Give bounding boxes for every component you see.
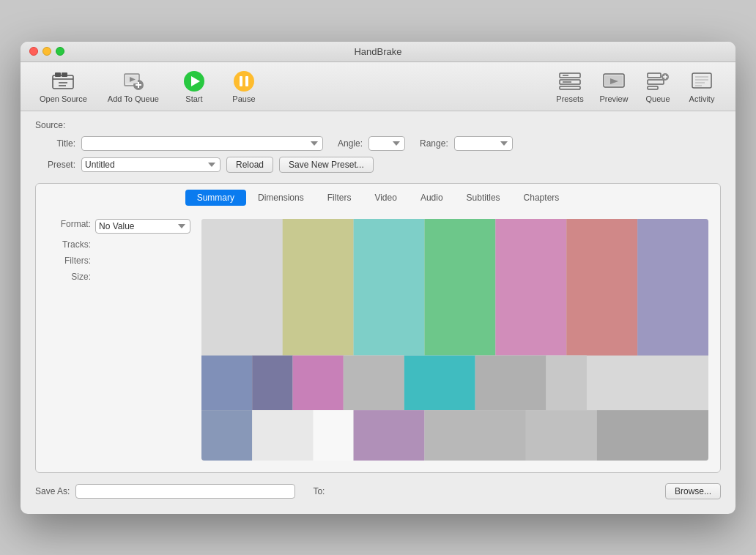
- pause-icon: [232, 70, 256, 93]
- svg-rect-26: [648, 80, 664, 84]
- tab-filters[interactable]: Filters: [316, 190, 363, 206]
- svg-rect-19: [560, 86, 580, 89]
- start-icon: [182, 70, 206, 93]
- maximize-button[interactable]: [56, 47, 64, 56]
- svg-rect-54: [354, 410, 425, 461]
- presets-icon: [558, 70, 582, 93]
- minimize-button[interactable]: [42, 47, 51, 56]
- pause-label: Pause: [232, 94, 255, 103]
- start-label: Start: [185, 94, 202, 103]
- preset-select[interactable]: Untitled: [81, 157, 220, 172]
- svg-rect-53: [313, 410, 353, 461]
- svg-point-14: [234, 71, 254, 92]
- svg-rect-49: [475, 355, 546, 410]
- toolbar: Open Source Add To Queue: [21, 62, 735, 111]
- summary-info-panel: Format: No Value Tracks: Filters:: [48, 219, 194, 461]
- open-source-button[interactable]: Open Source: [32, 67, 94, 106]
- source-row: Source:: [35, 120, 721, 130]
- add-to-queue-label: Add To Queue: [108, 94, 159, 103]
- format-label: Format:: [48, 219, 95, 229]
- tracks-row: Tracks:: [48, 239, 194, 250]
- svg-rect-40: [424, 219, 495, 356]
- browse-button[interactable]: Browse...: [665, 483, 721, 499]
- preset-row: Preset: Untitled Reload Save New Preset.…: [35, 157, 721, 173]
- tab-summary[interactable]: Summary: [185, 190, 246, 206]
- preview-icon: [602, 70, 626, 93]
- titlebar: HandBrake: [21, 42, 735, 62]
- format-select[interactable]: No Value: [95, 219, 190, 234]
- svg-rect-43: [637, 219, 708, 356]
- svg-rect-41: [495, 219, 566, 356]
- svg-rect-45: [252, 355, 292, 410]
- save-new-preset-button[interactable]: Save New Preset...: [279, 157, 374, 173]
- preview-mosaic: [201, 219, 708, 461]
- title-select[interactable]: [81, 136, 323, 151]
- tab-subtitles[interactable]: Subtitles: [455, 190, 512, 206]
- save-as-input[interactable]: [75, 484, 295, 499]
- svg-rect-38: [283, 219, 354, 356]
- svg-rect-46: [293, 355, 344, 410]
- svg-rect-15: [240, 76, 242, 86]
- svg-rect-51: [201, 410, 252, 461]
- svg-rect-57: [597, 410, 708, 461]
- main-content: Source: Title: Angle: Range: Preset: Unt…: [21, 111, 735, 514]
- tab-bar: Summary Dimensions Filters Video Audio S…: [36, 184, 720, 212]
- preview-label: Preview: [599, 94, 628, 103]
- queue-label: Queue: [645, 94, 670, 103]
- reload-button[interactable]: Reload: [226, 157, 273, 173]
- preview-button[interactable]: Preview: [592, 67, 636, 106]
- svg-rect-48: [404, 355, 475, 410]
- open-source-icon: [51, 70, 75, 93]
- queue-button[interactable]: Queue: [636, 67, 680, 106]
- queue-icon: [646, 70, 670, 93]
- tab-panel: Summary Dimensions Filters Video Audio S…: [35, 183, 721, 473]
- preset-label: Preset:: [35, 160, 75, 170]
- svg-rect-39: [354, 219, 425, 356]
- range-label: Range:: [420, 138, 448, 149]
- traffic-lights: [29, 47, 64, 56]
- bottom-row: Save As: To: Browse...: [35, 483, 721, 505]
- svg-rect-42: [566, 219, 637, 356]
- svg-rect-0: [53, 75, 73, 89]
- svg-rect-55: [424, 410, 525, 461]
- angle-select[interactable]: [368, 136, 405, 151]
- format-row: Format: No Value: [48, 219, 194, 234]
- title-row: Title: Angle: Range:: [35, 136, 721, 151]
- save-as-label: Save As:: [35, 486, 70, 496]
- tab-content-summary: Format: No Value Tracks: Filters:: [36, 212, 720, 472]
- svg-rect-56: [526, 410, 597, 461]
- svg-rect-27: [648, 86, 658, 89]
- open-source-label: Open Source: [40, 94, 87, 103]
- svg-rect-47: [344, 355, 404, 410]
- add-to-queue-icon: [122, 70, 145, 93]
- activity-label: Activity: [689, 94, 715, 103]
- tab-audio[interactable]: Audio: [409, 190, 455, 206]
- size-label: Size:: [48, 272, 95, 282]
- filters-label: Filters:: [48, 256, 95, 266]
- filters-row: Filters:: [48, 256, 194, 266]
- tab-dimensions[interactable]: Dimensions: [246, 190, 316, 206]
- presets-button[interactable]: Presets: [548, 67, 592, 106]
- pause-button[interactable]: Pause: [222, 67, 266, 106]
- svg-rect-2: [55, 72, 61, 77]
- svg-rect-37: [201, 219, 283, 356]
- add-to-queue-button[interactable]: Add To Queue: [100, 67, 166, 106]
- activity-button[interactable]: Activity: [680, 67, 724, 106]
- format-value-area: No Value: [95, 219, 194, 234]
- size-row: Size:: [48, 272, 194, 282]
- svg-rect-44: [201, 355, 252, 410]
- tab-video[interactable]: Video: [363, 190, 408, 206]
- tab-chapters[interactable]: Chapters: [512, 190, 571, 206]
- svg-rect-52: [252, 410, 313, 461]
- tracks-label: Tracks:: [48, 239, 95, 250]
- start-button[interactable]: Start: [172, 67, 216, 106]
- source-label: Source:: [35, 120, 79, 130]
- angle-label: Angle:: [338, 138, 363, 149]
- title-label: Title:: [35, 138, 75, 149]
- activity-icon: [690, 70, 714, 93]
- window-title: HandBrake: [354, 46, 401, 57]
- main-window: HandBrake Open Source: [21, 42, 735, 514]
- svg-rect-3: [62, 72, 67, 77]
- range-select[interactable]: [454, 136, 513, 151]
- close-button[interactable]: [29, 47, 38, 56]
